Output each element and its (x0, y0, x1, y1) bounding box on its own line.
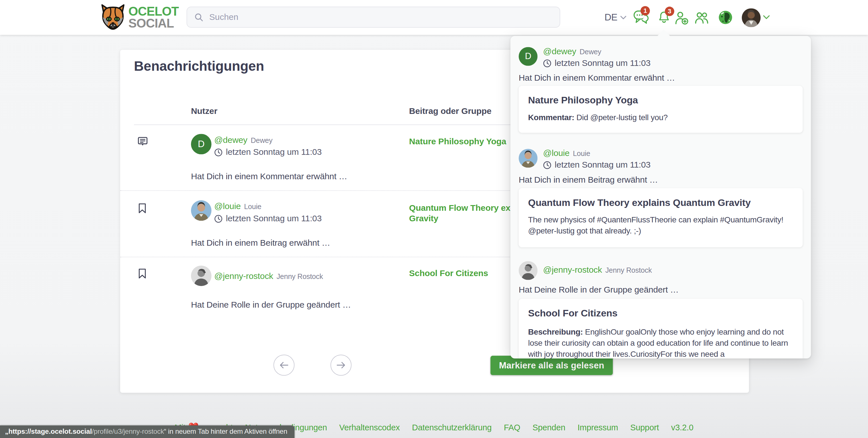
notification-card[interactable]: Nature Philosophy Yoga Kommentar: Did @p… (519, 86, 803, 133)
user-handle-line: @jenny-rostockJenny Rostock (214, 271, 323, 281)
mention-text: Hat Deine Rolle in der Gruppe geändert … (191, 300, 351, 310)
chat-button[interactable]: 1 (633, 0, 649, 35)
language-selector[interactable]: DE (604, 0, 627, 35)
user-name: Dewey (251, 136, 272, 144)
logo-wordmark: OCELOT SOCIAL (128, 5, 179, 30)
user-avatar-menu[interactable] (742, 0, 761, 35)
user-name: Jenny Rostock (606, 266, 652, 274)
footer-link-donate[interactable]: Spenden (532, 423, 565, 432)
notification-card[interactable]: Quantum Flow Theory explains Quantum Gra… (519, 188, 803, 247)
user-avatar[interactable] (519, 149, 537, 168)
user-handle-line: @louieLouie (543, 148, 590, 158)
user-name: Jenny Rostock (277, 272, 323, 280)
notification-card[interactable]: School For Citizens Beschreibung: Englis… (519, 299, 803, 359)
comment-icon (138, 137, 148, 146)
search-bar[interactable] (186, 6, 560, 28)
user-avatar[interactable] (191, 266, 212, 286)
chevron-down-icon (620, 15, 627, 20)
footer-link-faq[interactable]: FAQ (504, 423, 520, 432)
user-handle-link[interactable]: @louie (543, 148, 569, 158)
link-status-tooltip: „https://stage.ocelot.social/profile/u3/… (0, 426, 294, 438)
previous-page-button[interactable] (273, 355, 294, 375)
post-title[interactable]: Quantum Flow Theory explains Quantum Gra… (528, 197, 751, 208)
timestamp: letzten Sonntag um 11:03 (543, 160, 651, 170)
timestamp: letzten Sonntag um 11:03 (543, 58, 651, 68)
avatar-chevron-down-icon[interactable] (763, 0, 770, 35)
bookmark-icon (138, 268, 147, 279)
mention-text: Hat Deine Rolle in der Gruppe geändert … (519, 285, 679, 295)
mention-text: Hat Dich in einem Kommentar erwähnt … (519, 73, 675, 83)
footer-version[interactable]: v3.2.0 (671, 423, 693, 432)
next-page-button[interactable] (331, 355, 351, 375)
user-handle-line: @jenny-rostockJenny Rostock (543, 265, 652, 275)
top-navbar: OCELOT SOCIAL DE (0, 0, 868, 35)
notification-badge: 3 (665, 6, 674, 16)
logo[interactable]: OCELOT SOCIAL (99, 4, 179, 31)
user-avatar[interactable] (519, 261, 537, 280)
user-name: Dewey (580, 48, 601, 56)
user-avatar[interactable] (191, 200, 212, 221)
mention-text: Hat Dich in einem Beitrag erwähnt … (519, 175, 658, 184)
mention-text: Hat Dich in einem Kommentar erwähnt … (191, 172, 347, 181)
user-name: Louie (573, 149, 590, 158)
user-handle-link[interactable]: @jenny-rostock (214, 271, 273, 280)
timestamp: letzten Sonntag um 11:03 (214, 147, 322, 157)
mention-text: Hat Dich in einem Beitrag erwähnt … (191, 238, 330, 248)
user-avatar[interactable]: D (519, 47, 537, 66)
user-handle-link[interactable]: @dewey (214, 135, 248, 144)
footer-link-code-of-conduct[interactable]: Verhaltenscodex (339, 423, 400, 432)
bookmark-icon (138, 203, 147, 213)
app-root: OCELOT SOCIAL DE (0, 0, 868, 438)
user-handle-link[interactable]: @dewey (543, 46, 577, 56)
group-title[interactable]: School For Citizens (528, 308, 617, 319)
notifications-dropdown: D @deweyDewey letzten Sonntag um 11:03 H… (510, 36, 811, 359)
user-avatar[interactable]: D (191, 134, 212, 154)
group-description: Beschreibung: EnglishOur goalOnly those … (528, 326, 795, 359)
user-handle-link[interactable]: @louie (214, 201, 241, 211)
groups-button[interactable] (694, 0, 709, 35)
footer-link-privacy[interactable]: Datenschutzerklärung (412, 423, 492, 432)
avatar (742, 8, 761, 27)
clock-icon (543, 161, 551, 169)
clock-icon (214, 148, 222, 156)
chat-badge: 1 (640, 6, 650, 15)
post-excerpt: The new physics of #QuantenFlussTheorie … (528, 214, 795, 236)
globe-icon[interactable] (718, 0, 733, 35)
mark-all-read-button[interactable]: Markiere alle als gelesen (491, 356, 613, 375)
user-handle-line: @deweyDewey (214, 135, 273, 145)
page-title: Benachrichtigungen (134, 59, 264, 74)
user-handle-line: @deweyDewey (543, 46, 601, 57)
column-header-post: Beitrag oder Gruppe (409, 106, 491, 116)
post-title[interactable]: Nature Philosophy Yoga (528, 95, 638, 106)
add-user-button[interactable] (674, 0, 689, 35)
clock-icon (214, 214, 222, 223)
timestamp: letzten Sonntag um 11:03 (214, 213, 322, 224)
footer-link-support[interactable]: Support (630, 423, 659, 432)
footer-link-imprint[interactable]: Impressum (578, 423, 618, 432)
user-handle-line: @louieLouie (214, 201, 261, 211)
language-label: DE (604, 12, 618, 23)
search-input[interactable] (209, 12, 519, 22)
column-header-user: Nutzer (191, 106, 217, 116)
user-name: Louie (244, 203, 261, 211)
ocelot-logo-icon (99, 4, 127, 31)
post-excerpt: Kommentar: Did @peter-lustig tell you? (528, 112, 795, 123)
notifications-bell-button[interactable]: 3 (658, 0, 671, 35)
search-icon (194, 12, 204, 22)
clock-icon (543, 59, 551, 67)
user-handle-link[interactable]: @jenny-rostock (543, 265, 602, 274)
